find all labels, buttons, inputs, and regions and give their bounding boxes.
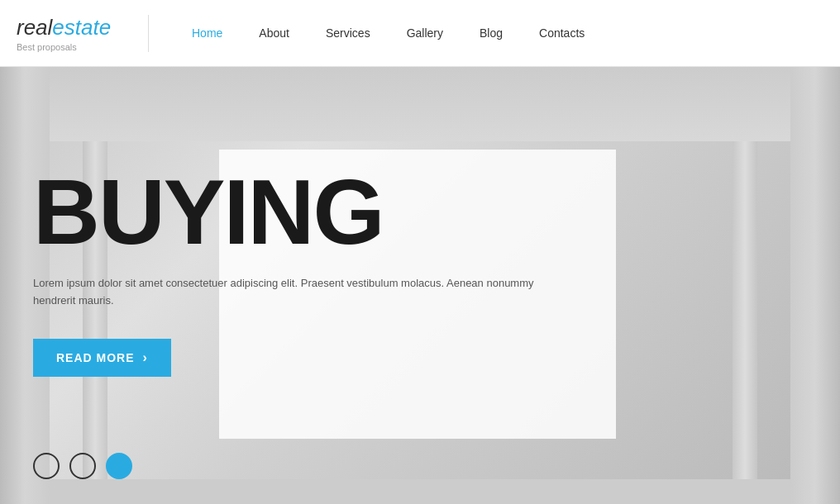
nav-item-services[interactable]: Services [308,0,389,67]
nav-item-home[interactable]: Home [174,0,241,67]
hero-content: BUYING Lorem ipsum dolor sit amet consec… [0,67,840,504]
slider-dots [33,453,132,479]
header: realestate Best proposals Home About Ser… [0,0,840,67]
hero-subtitle: Lorem ipsum dolor sit amet consectetuer … [33,275,579,310]
logo-real: real [17,15,52,40]
hero-section: BUYING Lorem ipsum dolor sit amet consec… [0,67,840,504]
nav-item-gallery[interactable]: Gallery [389,0,461,67]
logo-estate: estate [52,15,111,40]
read-more-label: READ MORE [56,351,135,364]
slider-dot-3[interactable] [106,453,132,479]
hero-title: BUYING [33,166,807,259]
slider-dot-1[interactable] [33,453,60,479]
nav-item-contacts[interactable]: Contacts [521,0,603,67]
slider-dot-2[interactable] [69,453,96,479]
nav-item-about[interactable]: About [241,0,308,67]
logo-area: realestate Best proposals [17,15,149,52]
read-more-button[interactable]: READ MORE › [33,339,171,377]
nav-item-blog[interactable]: Blog [461,0,521,67]
logo[interactable]: realestate [17,15,131,40]
logo-tagline: Best proposals [17,42,131,52]
main-nav: Home About Services Gallery Blog Contact… [174,0,603,67]
chevron-icon: › [143,350,148,365]
